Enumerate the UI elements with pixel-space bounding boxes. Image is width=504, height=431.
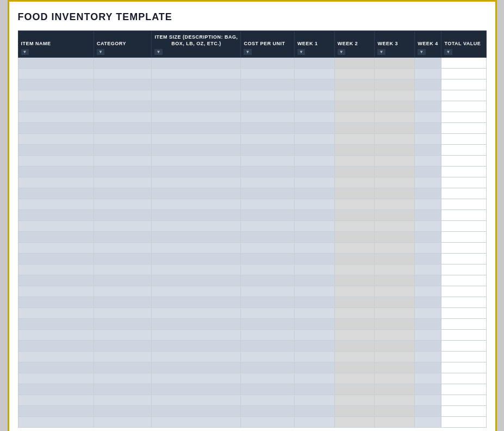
cost-cell[interactable] (241, 188, 294, 199)
week3-cell[interactable] (375, 188, 415, 199)
item-name-cell[interactable] (18, 330, 94, 341)
item-name-cell[interactable] (18, 297, 94, 308)
item-name-cell[interactable] (18, 341, 94, 352)
week4-cell[interactable] (415, 210, 441, 221)
week3-dropdown[interactable]: ▼ (377, 49, 385, 55)
item-size-cell[interactable] (152, 275, 241, 286)
item-name-cell[interactable] (18, 167, 94, 177)
week1-cell[interactable] (294, 417, 334, 428)
total-cell[interactable] (441, 232, 486, 243)
total-cell[interactable] (441, 145, 486, 156)
week1-cell[interactable] (294, 79, 334, 90)
week3-cell[interactable] (375, 275, 415, 286)
week3-cell[interactable] (375, 308, 415, 319)
category-cell[interactable] (94, 297, 152, 308)
week3-cell[interactable] (375, 134, 415, 145)
week3-cell[interactable] (375, 395, 415, 406)
category-cell[interactable] (94, 243, 152, 254)
cost-cell[interactable] (241, 112, 294, 123)
category-cell[interactable] (94, 264, 152, 275)
category-cell[interactable] (94, 373, 152, 384)
week4-cell[interactable] (415, 243, 441, 254)
cost-cell[interactable] (241, 134, 294, 145)
cost-cell[interactable] (241, 232, 294, 243)
total-cell[interactable] (441, 101, 486, 112)
week2-cell[interactable] (334, 156, 375, 167)
item-name-cell[interactable] (18, 286, 94, 297)
week1-cell[interactable] (294, 308, 334, 319)
week2-cell[interactable] (334, 112, 375, 123)
week1-cell[interactable] (294, 167, 334, 177)
week3-cell[interactable] (375, 297, 415, 308)
week3-cell[interactable] (375, 167, 415, 177)
cost-cell[interactable] (241, 406, 294, 417)
table-row[interactable] (18, 254, 486, 264)
category-cell[interactable] (94, 254, 152, 264)
item-name-cell[interactable] (18, 145, 94, 156)
item-size-cell[interactable] (152, 352, 241, 362)
total-cell[interactable] (441, 330, 486, 341)
table-row[interactable] (18, 156, 486, 167)
week2-cell[interactable] (334, 254, 375, 264)
item-name-cell[interactable] (18, 221, 94, 232)
week1-cell[interactable] (294, 319, 334, 330)
week3-cell[interactable] (375, 352, 415, 362)
week3-cell[interactable] (375, 243, 415, 254)
category-cell[interactable] (94, 275, 152, 286)
item-size-cell[interactable] (152, 156, 241, 167)
week2-cell[interactable] (334, 275, 375, 286)
item-name-dropdown[interactable]: ▼ (21, 49, 29, 55)
cost-cell[interactable] (241, 167, 294, 177)
category-cell[interactable] (94, 330, 152, 341)
table-row[interactable] (18, 406, 486, 417)
cost-cell[interactable] (241, 417, 294, 428)
week2-cell[interactable] (334, 134, 375, 145)
item-name-cell[interactable] (18, 275, 94, 286)
item-name-cell[interactable] (18, 264, 94, 275)
week2-cell[interactable] (334, 232, 375, 243)
item-size-cell[interactable] (152, 286, 241, 297)
week3-cell[interactable] (375, 101, 415, 112)
table-row[interactable] (18, 134, 486, 145)
item-size-cell[interactable] (152, 123, 241, 134)
week2-cell[interactable] (334, 145, 375, 156)
item-name-cell[interactable] (18, 417, 94, 428)
cost-cell[interactable] (241, 384, 294, 395)
item-size-cell[interactable] (152, 264, 241, 275)
week4-cell[interactable] (415, 156, 441, 167)
week2-cell[interactable] (334, 308, 375, 319)
cost-cell[interactable] (241, 395, 294, 406)
item-name-cell[interactable] (18, 199, 94, 210)
week2-cell[interactable] (334, 373, 375, 384)
week2-cell[interactable] (334, 177, 375, 188)
week4-cell[interactable] (415, 177, 441, 188)
total-dropdown[interactable]: ▼ (444, 49, 452, 55)
week1-cell[interactable] (294, 123, 334, 134)
total-cell[interactable] (441, 417, 486, 428)
total-cell[interactable] (441, 90, 486, 101)
item-name-cell[interactable] (18, 406, 94, 417)
item-name-cell[interactable] (18, 395, 94, 406)
item-name-cell[interactable] (18, 352, 94, 362)
item-name-cell[interactable] (18, 319, 94, 330)
item-size-cell[interactable] (152, 90, 241, 101)
item-size-cell[interactable] (152, 58, 241, 69)
item-name-cell[interactable] (18, 90, 94, 101)
week1-cell[interactable] (294, 221, 334, 232)
total-cell[interactable] (441, 243, 486, 254)
category-cell[interactable] (94, 167, 152, 177)
week2-cell[interactable] (334, 90, 375, 101)
item-name-cell[interactable] (18, 362, 94, 373)
category-cell[interactable] (94, 145, 152, 156)
week4-cell[interactable] (415, 101, 441, 112)
cost-cell[interactable] (241, 243, 294, 254)
category-cell[interactable] (94, 112, 152, 123)
category-cell[interactable] (94, 286, 152, 297)
category-cell[interactable] (94, 188, 152, 199)
week4-cell[interactable] (415, 319, 441, 330)
item-size-cell[interactable] (152, 308, 241, 319)
category-cell[interactable] (94, 384, 152, 395)
table-row[interactable] (18, 264, 486, 275)
item-size-cell[interactable] (152, 167, 241, 177)
cost-cell[interactable] (241, 362, 294, 373)
